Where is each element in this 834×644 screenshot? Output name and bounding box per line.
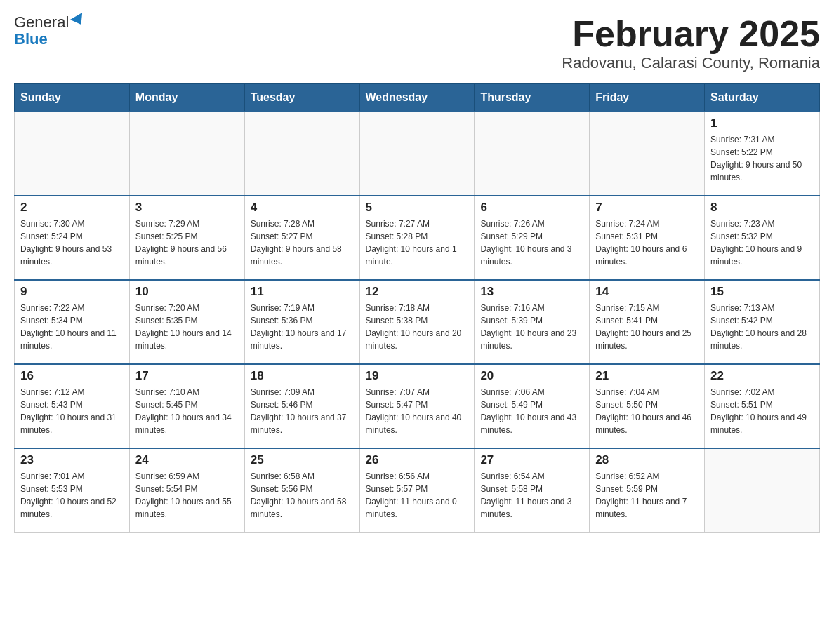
day-info-line: Daylight: 10 hours and 9 minutes. bbox=[710, 244, 802, 267]
day-number: 4 bbox=[251, 201, 354, 215]
table-row: 15Sunrise: 7:13 AMSunset: 5:42 PMDayligh… bbox=[705, 280, 820, 364]
day-number: 28 bbox=[595, 453, 699, 467]
day-number: 8 bbox=[710, 201, 814, 215]
table-row: 11Sunrise: 7:19 AMSunset: 5:36 PMDayligh… bbox=[244, 280, 359, 364]
day-info-line: Daylight: 10 hours and 28 minutes. bbox=[710, 328, 807, 351]
table-row bbox=[129, 112, 244, 196]
day-number: 22 bbox=[710, 369, 814, 383]
day-info-line: Sunrise: 6:58 AM bbox=[251, 471, 315, 481]
day-info-line: Daylight: 11 hours and 3 minutes. bbox=[480, 497, 571, 519]
day-info-line: Sunset: 5:43 PM bbox=[20, 400, 83, 410]
table-row bbox=[475, 112, 590, 196]
day-info-line: Sunrise: 7:06 AM bbox=[480, 387, 544, 397]
day-number: 25 bbox=[251, 453, 354, 467]
table-row: 13Sunrise: 7:16 AMSunset: 5:39 PMDayligh… bbox=[475, 280, 590, 364]
day-info-line: Sunset: 5:36 PM bbox=[251, 316, 313, 326]
day-info-line: Daylight: 10 hours and 49 minutes. bbox=[710, 412, 807, 435]
day-info-line: Sunrise: 7:18 AM bbox=[366, 303, 430, 313]
day-number: 20 bbox=[480, 369, 583, 383]
day-info-line: Sunset: 5:58 PM bbox=[480, 484, 543, 494]
day-info: Sunrise: 7:22 AMSunset: 5:34 PMDaylight:… bbox=[20, 302, 124, 352]
day-number: 2 bbox=[20, 201, 124, 215]
day-number: 1 bbox=[710, 116, 814, 130]
table-row: 2Sunrise: 7:30 AMSunset: 5:24 PMDaylight… bbox=[15, 196, 130, 280]
day-info-line: Sunrise: 7:12 AM bbox=[20, 387, 84, 397]
day-number: 6 bbox=[480, 201, 583, 215]
day-info-line: Sunset: 5:29 PM bbox=[480, 232, 543, 241]
day-info: Sunrise: 7:24 AMSunset: 5:31 PMDaylight:… bbox=[595, 217, 699, 268]
header-wednesday: Wednesday bbox=[359, 84, 475, 112]
table-row: 21Sunrise: 7:04 AMSunset: 5:50 PMDayligh… bbox=[590, 364, 705, 448]
day-info-line: Daylight: 10 hours and 58 minutes. bbox=[251, 497, 347, 519]
table-row: 22Sunrise: 7:02 AMSunset: 5:51 PMDayligh… bbox=[705, 364, 820, 448]
day-info-line: Daylight: 10 hours and 46 minutes. bbox=[595, 412, 691, 435]
day-info: Sunrise: 7:10 AMSunset: 5:45 PMDaylight:… bbox=[135, 386, 239, 436]
day-info-line: Sunrise: 7:19 AM bbox=[251, 303, 315, 313]
table-row: 3Sunrise: 7:29 AMSunset: 5:25 PMDaylight… bbox=[129, 196, 244, 280]
header-saturday: Saturday bbox=[705, 84, 820, 112]
day-info: Sunrise: 6:58 AMSunset: 5:56 PMDaylight:… bbox=[251, 470, 354, 521]
day-info: Sunrise: 7:06 AMSunset: 5:49 PMDaylight:… bbox=[480, 386, 583, 436]
day-info-line: Daylight: 10 hours and 31 minutes. bbox=[20, 412, 117, 435]
calendar-table: Sunday Monday Tuesday Wednesday Thursday… bbox=[14, 83, 820, 533]
day-info-line: Daylight: 10 hours and 37 minutes. bbox=[251, 412, 347, 435]
day-info: Sunrise: 7:04 AMSunset: 5:50 PMDaylight:… bbox=[595, 386, 699, 436]
day-info-line: Daylight: 11 hours and 7 minutes. bbox=[595, 497, 687, 519]
day-info-line: Daylight: 9 hours and 50 minutes. bbox=[710, 160, 802, 182]
day-info-line: Sunset: 5:38 PM bbox=[366, 316, 428, 326]
table-row bbox=[590, 112, 705, 196]
day-info-line: Daylight: 10 hours and 1 minute. bbox=[366, 244, 457, 267]
day-info-line: Sunrise: 7:30 AM bbox=[20, 219, 84, 229]
day-info: Sunrise: 6:56 AMSunset: 5:57 PMDaylight:… bbox=[366, 470, 469, 521]
table-row: 23Sunrise: 7:01 AMSunset: 5:53 PMDayligh… bbox=[15, 448, 130, 532]
day-info-line: Sunset: 5:32 PM bbox=[710, 232, 773, 241]
table-row: 12Sunrise: 7:18 AMSunset: 5:38 PMDayligh… bbox=[359, 280, 475, 364]
day-info-line: Daylight: 10 hours and 20 minutes. bbox=[366, 328, 462, 351]
title-block: February 2025 Radovanu, Calarasi County,… bbox=[562, 14, 820, 72]
table-row bbox=[15, 112, 130, 196]
day-number: 21 bbox=[595, 369, 699, 383]
table-row: 7Sunrise: 7:24 AMSunset: 5:31 PMDaylight… bbox=[590, 196, 705, 280]
day-info: Sunrise: 6:54 AMSunset: 5:58 PMDaylight:… bbox=[480, 470, 583, 521]
day-info-line: Daylight: 10 hours and 14 minutes. bbox=[135, 328, 232, 351]
day-info-line: Sunrise: 7:02 AM bbox=[710, 387, 774, 397]
header-tuesday: Tuesday bbox=[244, 84, 359, 112]
calendar-title: February 2025 bbox=[562, 14, 820, 54]
day-info-line: Daylight: 10 hours and 25 minutes. bbox=[595, 328, 691, 351]
calendar-subtitle: Radovanu, Calarasi County, Romania bbox=[562, 54, 820, 72]
calendar-header-row: Sunday Monday Tuesday Wednesday Thursday… bbox=[15, 84, 820, 112]
day-info-line: Sunset: 5:59 PM bbox=[595, 484, 658, 494]
day-info-line: Daylight: 10 hours and 6 minutes. bbox=[595, 244, 687, 267]
day-info-line: Sunrise: 7:27 AM bbox=[366, 219, 430, 229]
day-info-line: Sunrise: 6:54 AM bbox=[480, 471, 544, 481]
header-friday: Friday bbox=[590, 84, 705, 112]
day-info: Sunrise: 7:29 AMSunset: 5:25 PMDaylight:… bbox=[135, 217, 239, 268]
day-info-line: Sunset: 5:49 PM bbox=[480, 400, 543, 410]
table-row: 4Sunrise: 7:28 AMSunset: 5:27 PMDaylight… bbox=[244, 196, 359, 280]
table-row: 18Sunrise: 7:09 AMSunset: 5:46 PMDayligh… bbox=[244, 364, 359, 448]
day-number: 12 bbox=[366, 285, 469, 299]
day-info-line: Daylight: 11 hours and 0 minutes. bbox=[366, 497, 457, 519]
day-info-line: Sunset: 5:45 PM bbox=[135, 400, 198, 410]
day-info-line: Sunset: 5:41 PM bbox=[595, 316, 658, 326]
day-info-line: Sunrise: 7:09 AM bbox=[251, 387, 315, 397]
day-info: Sunrise: 7:12 AMSunset: 5:43 PMDaylight:… bbox=[20, 386, 124, 436]
day-number: 18 bbox=[251, 369, 354, 383]
page-header: General Blue February 2025 Radovanu, Cal… bbox=[14, 14, 820, 72]
header-monday: Monday bbox=[129, 84, 244, 112]
day-number: 9 bbox=[20, 285, 124, 299]
day-info: Sunrise: 7:30 AMSunset: 5:24 PMDaylight:… bbox=[20, 217, 124, 268]
day-number: 19 bbox=[366, 369, 469, 383]
day-info-line: Sunrise: 6:56 AM bbox=[366, 471, 430, 481]
day-info-line: Sunset: 5:25 PM bbox=[135, 232, 198, 241]
day-info-line: Sunrise: 7:26 AM bbox=[480, 219, 544, 229]
day-info-line: Sunrise: 7:10 AM bbox=[135, 387, 199, 397]
table-row: 10Sunrise: 7:20 AMSunset: 5:35 PMDayligh… bbox=[129, 280, 244, 364]
table-row: 9Sunrise: 7:22 AMSunset: 5:34 PMDaylight… bbox=[15, 280, 130, 364]
calendar-week-row: 16Sunrise: 7:12 AMSunset: 5:43 PMDayligh… bbox=[15, 364, 820, 448]
day-info-line: Sunrise: 7:13 AM bbox=[710, 303, 774, 313]
day-info-line: Daylight: 10 hours and 3 minutes. bbox=[480, 244, 571, 267]
day-info-line: Daylight: 10 hours and 11 minutes. bbox=[20, 328, 117, 351]
day-info: Sunrise: 7:07 AMSunset: 5:47 PMDaylight:… bbox=[366, 386, 469, 436]
day-info-line: Sunset: 5:27 PM bbox=[251, 232, 313, 241]
